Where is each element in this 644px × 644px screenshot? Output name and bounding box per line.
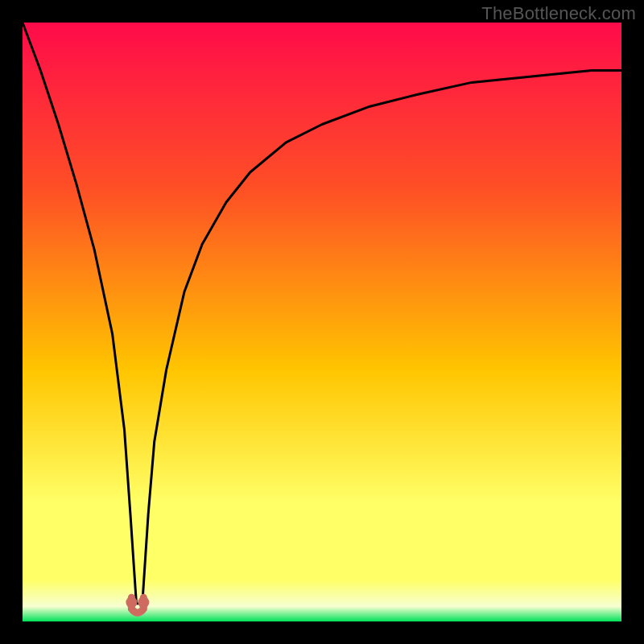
min-left-dot xyxy=(126,597,137,608)
plot-area xyxy=(23,23,621,621)
min-right-dot xyxy=(138,597,149,608)
bottleneck-chart xyxy=(23,23,621,621)
gradient-background xyxy=(23,23,621,621)
chart-frame: TheBottleneck.com xyxy=(0,0,644,644)
watermark-text: TheBottleneck.com xyxy=(481,3,636,24)
